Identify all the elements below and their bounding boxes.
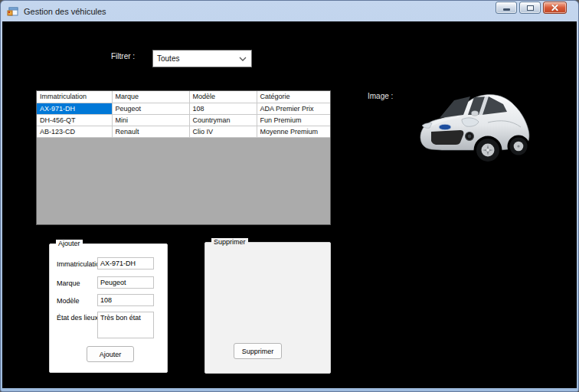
ajouter-button[interactable]: Ajouter (87, 346, 134, 362)
cell-categorie[interactable]: Moyenne Premium (257, 126, 330, 137)
close-icon (551, 5, 559, 11)
cell-immatriculation[interactable]: DH-456-QT (37, 114, 112, 126)
column-header-modele[interactable]: Modèle (189, 91, 257, 103)
form-client-area: Filtrer : Toutes Immatriculation Marque … (2, 21, 577, 388)
vehicles-grid[interactable]: Immatriculation Marque Modèle Catégorie … (36, 90, 331, 225)
table-row: AX-971-DH Peugeot 108 ADA Premier Prix (37, 103, 330, 114)
delete-groupbox-title: Supprimer (211, 238, 248, 247)
etat-des-lieux-textarea[interactable]: Très bon état (97, 312, 154, 338)
cell-marque[interactable]: Mini (112, 114, 189, 126)
table-row: DH-456-QT Mini Countryman Fun Premium (37, 114, 330, 126)
cell-categorie[interactable]: Fun Premium (257, 114, 330, 126)
immatriculation-input[interactable] (97, 257, 154, 270)
table-row: AB-123-CD Renault Clio IV Moyenne Premiu… (37, 126, 330, 137)
minimize-button[interactable] (496, 2, 517, 14)
column-header-categorie[interactable]: Catégorie (257, 91, 330, 103)
window-title: Gestion des véhicules (24, 7, 106, 16)
chevron-down-icon (239, 57, 247, 61)
immatriculation-label: Immatriculation (57, 260, 103, 268)
column-header-marque[interactable]: Marque (112, 91, 189, 103)
app-icon (7, 5, 19, 18)
cell-modele[interactable]: Countryman (189, 114, 257, 126)
cell-marque[interactable]: Peugeot (112, 103, 189, 114)
cell-modele[interactable]: 108 (189, 103, 257, 114)
cell-immatriculation[interactable]: AX-971-DH (37, 103, 112, 114)
grid-header-row: Immatriculation Marque Modèle Catégorie (37, 91, 330, 103)
marque-input[interactable] (97, 276, 154, 289)
filter-combobox[interactable]: Toutes (152, 50, 252, 67)
delete-groupbox: Supprimer Supprimer (204, 242, 331, 374)
column-header-immatriculation[interactable]: Immatriculation (37, 91, 112, 103)
close-button[interactable] (543, 2, 567, 14)
window-controls (496, 2, 567, 14)
vehicle-image (414, 89, 531, 165)
add-groupbox-title: Ajouter (56, 240, 83, 248)
vehicles-table: Immatriculation Marque Modèle Catégorie … (37, 91, 330, 138)
add-groupbox: Ajouter Immatriculation Marque Modèle Ét… (49, 243, 168, 373)
cell-marque[interactable]: Renault (112, 126, 189, 137)
marque-label: Marque (57, 279, 80, 287)
supprimer-button[interactable]: Supprimer (234, 343, 282, 359)
filter-label: Filtrer : (111, 52, 135, 60)
maximize-icon (527, 5, 534, 11)
maximize-button[interactable] (519, 2, 541, 14)
minimize-icon (503, 8, 510, 11)
cell-categorie[interactable]: ADA Premier Prix (257, 103, 330, 114)
filter-combobox-value: Toutes (157, 54, 179, 63)
titlebar[interactable]: Gestion des véhicules (1, 1, 578, 21)
modele-label: Modèle (57, 297, 80, 305)
etat-des-lieux-label: État des lieux (57, 314, 98, 322)
modele-input[interactable] (97, 294, 154, 306)
image-label: Image : (368, 92, 393, 100)
cell-immatriculation[interactable]: AB-123-CD (37, 126, 112, 137)
cell-modele[interactable]: Clio IV (189, 126, 257, 137)
app-window: Gestion des véhicules Filtrer : Toutes (0, 0, 579, 392)
